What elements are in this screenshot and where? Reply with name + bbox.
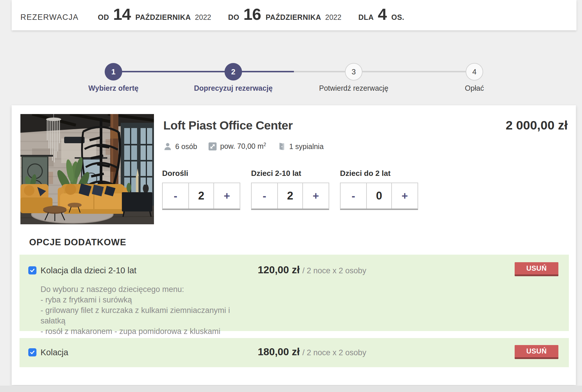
children-2-10-value: 2 <box>277 183 303 209</box>
offer-card: Loft Piast Office Center 2 000,00 zł 6 o… <box>12 105 576 385</box>
counter-children-under-2: Dzieci do 2 lat - 0 + <box>340 169 418 210</box>
bedrooms-text: 1 sypialnia <box>289 142 324 151</box>
step-3-label: Potwierdź rezerwację <box>319 84 388 92</box>
children-under-2-value: 0 <box>366 183 392 209</box>
guests-suffix: OS. <box>391 13 404 22</box>
additional-options-heading: OPCJE DODATKOWE <box>29 237 126 248</box>
option-1-price-suffix: / 2 noce x 2 osoby <box>302 266 366 275</box>
description-line: - grilowany filet z kurczaka z kulkami z… <box>41 305 242 326</box>
to-month: PAŹDZIERNIKA <box>266 13 321 22</box>
option-1-price: 120,00 zł / 2 noce x 2 osoby <box>258 264 366 276</box>
capacity-meta: 6 osób <box>163 142 197 151</box>
children-under-2-decrement-button[interactable]: - <box>341 183 366 209</box>
counter-children-2-10-box: - 2 + <box>251 183 329 210</box>
guests-number: 4 <box>378 5 387 24</box>
counter-adults-label: Dorośli <box>162 169 240 178</box>
step-1-circle[interactable]: 1 <box>105 63 122 80</box>
date-from: OD 14 PAŹDZIERNIKA 2022 <box>98 5 211 24</box>
adults-increment-button[interactable]: + <box>214 183 240 209</box>
offer-price: 2 000,00 zł <box>506 118 568 132</box>
checkmark-icon <box>29 349 35 355</box>
date-to: DO 16 PAŹDZIERNIKA 2022 <box>228 5 341 24</box>
counter-children-2-10-label: Dzieci 2-10 lat <box>251 169 329 178</box>
children-2-10-decrement-button[interactable]: - <box>252 183 277 209</box>
option-1-remove-button[interactable]: USUŃ <box>515 262 558 276</box>
option-2-price-suffix: / 2 noce x 2 osoby <box>302 348 366 357</box>
stepper-remaining-line <box>294 71 474 72</box>
adults-value: 2 <box>188 183 214 209</box>
person-icon <box>163 142 172 151</box>
from-year: 2022 <box>195 13 211 22</box>
capacity-text: 6 osób <box>175 142 197 151</box>
reservation-summary-bar: REZERWACJA OD 14 PAŹDZIERNIKA 2022 DO 16… <box>12 0 576 30</box>
reservation-summary: REZERWACJA OD 14 PAŹDZIERNIKA 2022 DO 16… <box>20 5 576 24</box>
door-icon <box>277 142 286 151</box>
to-label: DO <box>228 13 239 22</box>
option-row-kolacja: Kolacja 180,00 zł / 2 noce x 2 osoby USU… <box>20 338 569 367</box>
counter-children-under-2-box: - 0 + <box>340 183 418 210</box>
guest-count: DLA 4 OS. <box>358 5 404 24</box>
step-3-circle[interactable]: 3 <box>345 63 362 80</box>
option-1-price-value: 120,00 zł <box>258 264 300 276</box>
description-line: - ryba z frytkami i surówką <box>41 295 242 305</box>
option-1-description: Do wyboru z naszego dziecięcego menu: - … <box>41 284 242 337</box>
description-line: Do wyboru z naszego dziecięcego menu: <box>41 284 242 295</box>
to-year: 2022 <box>325 13 341 22</box>
area-text: pow. 70,00 m2 <box>220 142 266 150</box>
option-2-remove-button[interactable]: USUŃ <box>515 345 558 359</box>
children-2-10-increment-button[interactable]: + <box>303 183 329 209</box>
from-label: OD <box>98 13 109 22</box>
page-bottom-background <box>0 386 582 392</box>
offer-photo <box>20 114 154 224</box>
counter-adults-box: - 2 + <box>162 183 240 210</box>
area-icon <box>208 142 217 151</box>
offer-title: Loft Piast Office Center <box>163 119 293 132</box>
option-2-price-value: 180,00 zł <box>258 346 300 358</box>
option-1-checkbox[interactable] <box>28 266 36 274</box>
option-2-checkbox[interactable] <box>28 348 36 356</box>
page-title: REZERWACJA <box>20 13 79 22</box>
from-month: PAŹDZIERNIKA <box>135 13 191 22</box>
stepper-progress-line <box>113 71 294 72</box>
option-1-label[interactable]: Kolacja dla dzieci 2-10 lat <box>41 266 136 275</box>
checkmark-icon <box>29 267 35 273</box>
step-1-label[interactable]: Wybierz ofertę <box>88 84 139 92</box>
from-day: 14 <box>113 5 131 24</box>
booking-page: REZERWACJA OD 14 PAŹDZIERNIKA 2022 DO 16… <box>0 0 582 392</box>
to-day: 16 <box>243 5 261 24</box>
step-4-label: Opłać <box>465 84 484 92</box>
bedrooms-meta: 1 sypialnia <box>277 142 324 151</box>
option-row-kolacja-dzieci: Kolacja dla dzieci 2-10 lat 120,00 zł / … <box>20 255 569 331</box>
description-line: - rosół z makaronem - zupa pomidorowa z … <box>41 326 242 337</box>
step-2-label[interactable]: Doprecyzuj rezerwację <box>194 84 273 92</box>
option-2-label[interactable]: Kolacja <box>41 348 68 357</box>
offer-meta-row: 6 osób pow. 70,00 m2 1 sypialnia <box>163 142 324 151</box>
counter-children-2-10: Dzieci 2-10 lat - 2 + <box>251 169 329 210</box>
adults-decrement-button[interactable]: - <box>163 183 188 209</box>
step-4-circle[interactable]: 4 <box>466 63 483 80</box>
step-2-circle[interactable]: 2 <box>225 63 242 80</box>
loft-photo-illustration <box>20 114 154 224</box>
area-meta: pow. 70,00 m2 <box>208 142 266 151</box>
option-2-price: 180,00 zł / 2 noce x 2 osoby <box>258 346 366 358</box>
children-under-2-increment-button[interactable]: + <box>392 183 418 209</box>
counter-adults: Dorośli - 2 + <box>162 169 240 210</box>
for-label: DLA <box>358 13 374 22</box>
counter-children-under-2-label: Dzieci do 2 lat <box>340 169 418 178</box>
